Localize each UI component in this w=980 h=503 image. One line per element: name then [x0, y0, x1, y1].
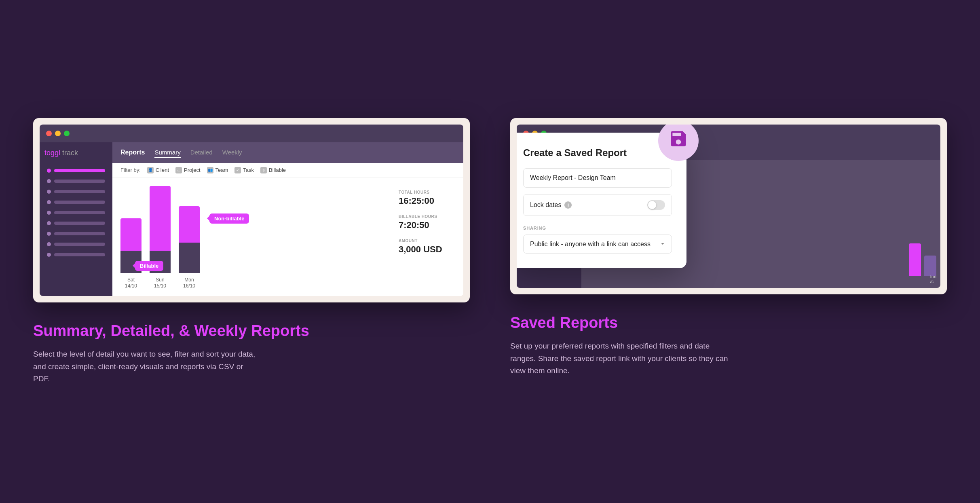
- task-icon: ✓: [234, 167, 241, 173]
- left-browser-mockup: toggl track: [33, 118, 470, 302]
- sidebar-logo: toggl track: [44, 149, 108, 157]
- lock-dates-row: Lock dates i: [523, 194, 672, 216]
- nav-tab-detailed[interactable]: Detailed: [190, 147, 213, 158]
- sharing-label: SHARING: [523, 226, 672, 230]
- sidebar-logo-text: toggl track: [44, 149, 78, 157]
- traffic-light-green: [64, 131, 70, 136]
- filter-project-label: Project: [184, 167, 200, 173]
- team-icon: 👥: [207, 167, 213, 173]
- left-browser-inner: toggl track: [40, 125, 463, 296]
- billable-icon: $: [260, 167, 267, 173]
- tooltip-nonbillable: Non-billable: [209, 213, 249, 224]
- nav-tab-weekly[interactable]: Weekly: [222, 147, 242, 158]
- logo-track: track: [60, 149, 78, 157]
- sidebar-item-8: [44, 241, 108, 248]
- sidebar-dot-8: [47, 242, 51, 246]
- bar-billable-sat: [120, 218, 142, 251]
- total-hours-value: 16:25:00: [399, 196, 455, 206]
- sidebar-dot-2: [47, 179, 51, 183]
- sidebar-line-1: [54, 169, 105, 172]
- amount-label: AMOUNT: [399, 239, 455, 243]
- sidebar-item-4: [44, 199, 108, 206]
- info-icon[interactable]: i: [564, 201, 572, 209]
- logo-toggl: toggl: [44, 149, 60, 157]
- billable-hours-label: BILLABLE HOURS: [399, 214, 455, 219]
- bar-label-mon: Mon16/10: [183, 277, 195, 290]
- left-body: Select the level of detail you want to s…: [33, 348, 260, 385]
- chart-area: Non-billable Sat14/10: [120, 186, 386, 296]
- lock-label-group: Lock dates i: [530, 201, 572, 209]
- sidebar-line-6: [54, 222, 105, 225]
- sidebar-item-3: [44, 188, 108, 195]
- project-icon: ▭: [175, 167, 182, 173]
- right-bar-2: [924, 256, 936, 276]
- sidebar-dot-4: [47, 200, 51, 204]
- right-body: Set up your preferred reports with speci…: [510, 340, 737, 377]
- stat-total-hours: TOTAL HOURS 16:25:00: [399, 190, 455, 206]
- sidebar-line-5: [54, 211, 105, 214]
- tooltip-billable: Billable: [135, 261, 163, 271]
- sidebar-item-7: [44, 230, 108, 237]
- bar-stack-sun: [150, 186, 171, 273]
- app-content: Non-billable Sat14/10: [112, 178, 463, 296]
- sidebar-item-5: [44, 209, 108, 216]
- left-app-main: Reports Summary Detailed Weekly Filter b…: [112, 142, 463, 296]
- traffic-light-yellow: [55, 131, 61, 136]
- saved-report-modal: Create a Saved Report Lock dates i SHARI…: [517, 133, 686, 268]
- sidebar-item-9: [44, 251, 108, 258]
- stat-amount: AMOUNT 3,000 USD: [399, 239, 455, 255]
- right-partial-chart: [909, 243, 936, 276]
- filter-by-label: Filter by:: [120, 167, 141, 173]
- sidebar-dot-7: [47, 232, 51, 236]
- chart-bar-mon: Mon16/10: [179, 206, 200, 290]
- modal-title: Create a Saved Report: [523, 147, 672, 159]
- report-name-input[interactable]: [523, 168, 672, 188]
- filter-task-label: Task: [243, 167, 254, 173]
- lock-dates-toggle[interactable]: [647, 200, 665, 210]
- filter-client[interactable]: 👤 Client: [147, 167, 169, 173]
- filter-billable-label: Billable: [269, 167, 286, 173]
- sidebar-dot-9: [47, 253, 51, 257]
- sidebar-dot-5: [47, 211, 51, 215]
- page-container: toggl track: [33, 118, 947, 385]
- sidebar-dot-1: [47, 169, 51, 173]
- right-browser-mockup: toggl tr: [510, 118, 947, 294]
- left-description: Summary, Detailed, & Weekly Reports Sele…: [33, 322, 470, 385]
- lock-dates-label: Lock dates: [530, 201, 561, 209]
- amount-value: 3,000 USD: [399, 244, 455, 255]
- left-heading: Summary, Detailed, & Weekly Reports: [33, 322, 470, 340]
- right-bar-1: [909, 243, 921, 276]
- bar-billable-sun: [150, 186, 171, 251]
- left-titlebar: [40, 125, 463, 142]
- bar-billable-mon: [179, 206, 200, 243]
- chart-bar-sun: Sun15/10: [150, 186, 171, 290]
- right-browser-inner: toggl tr: [517, 125, 940, 288]
- bar-label-sun: Sun15/10: [154, 277, 166, 290]
- bar-stack-mon: [179, 206, 200, 273]
- sidebar-line-4: [54, 201, 105, 204]
- sidebar-line-2: [54, 180, 105, 183]
- filter-team[interactable]: 👥 Team: [207, 167, 228, 173]
- filter-billable[interactable]: $ Billable: [260, 167, 286, 173]
- right-description: Saved Reports Set up your preferred repo…: [510, 314, 947, 377]
- chart-bar-sat: Sat14/10: [120, 218, 142, 290]
- filter-bar: Filter by: 👤 Client ▭ Project 👥: [112, 163, 463, 178]
- left-section: toggl track: [33, 118, 470, 385]
- sharing-select[interactable]: Public link - anyone with a link can acc…: [523, 235, 672, 254]
- sidebar-item-2: [44, 178, 108, 185]
- client-icon: 👤: [147, 167, 154, 173]
- right-section: toggl tr: [510, 118, 947, 377]
- sidebar-item-6: [44, 220, 108, 227]
- filter-task[interactable]: ✓ Task: [234, 167, 254, 173]
- filter-team-label: Team: [215, 167, 228, 173]
- sidebar-line-7: [54, 232, 105, 235]
- filter-client-label: Client: [156, 167, 169, 173]
- total-hours-label: TOTAL HOURS: [399, 190, 455, 194]
- filter-project[interactable]: ▭ Project: [175, 167, 200, 173]
- traffic-light-red: [46, 131, 52, 136]
- nav-tab-summary[interactable]: Summary: [154, 147, 180, 158]
- left-app-sidebar: toggl track: [40, 142, 112, 296]
- left-app-layout: toggl track: [40, 142, 463, 296]
- bar-nonbillable-mon: [179, 243, 200, 273]
- sidebar-item-1: [44, 167, 108, 174]
